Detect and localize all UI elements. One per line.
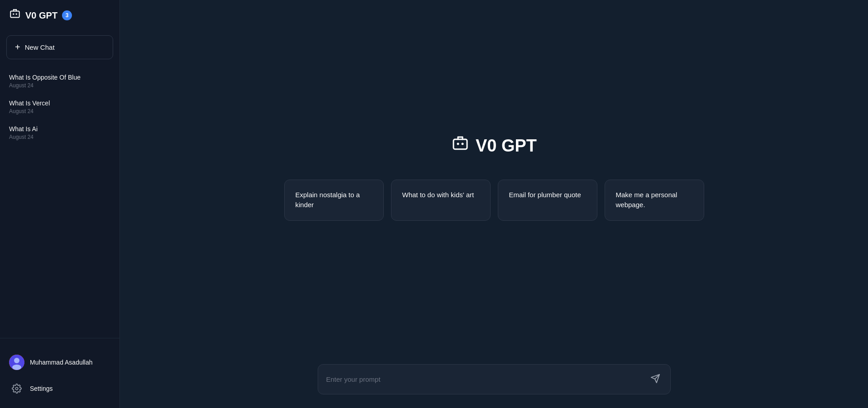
- plus-icon: +: [15, 42, 20, 52]
- sidebar-logo-icon: [9, 8, 21, 23]
- svg-point-2: [16, 13, 17, 14]
- suggestion-card-0[interactable]: Explain nostalgia to a kinder: [284, 180, 384, 221]
- svg-point-5: [14, 358, 19, 363]
- svg-rect-8: [453, 139, 467, 149]
- suggestion-card-2[interactable]: Email for plumber quote: [498, 180, 597, 221]
- svg-point-6: [12, 365, 21, 370]
- chat-list: What Is Opposite Of Blue August 24 What …: [0, 68, 119, 333]
- sidebar-header: V0 GPT 3: [0, 0, 119, 31]
- settings-item[interactable]: Settings: [9, 376, 110, 401]
- sidebar: V0 GPT 3 + New Chat What Is Opposite Of …: [0, 0, 120, 408]
- brand-header: V0 GPT: [451, 135, 537, 157]
- suggestion-card-3[interactable]: Make me a personal webpage.: [605, 180, 704, 221]
- input-container: [318, 364, 671, 394]
- svg-point-1: [13, 13, 14, 14]
- settings-label: Settings: [30, 385, 53, 392]
- sidebar-title: V0 GPT: [25, 10, 57, 21]
- sidebar-footer: Muhammad Asadullah Settings: [0, 343, 119, 408]
- new-chat-button[interactable]: + New Chat: [6, 35, 113, 59]
- suggestion-card-1[interactable]: What to do with kids' art: [391, 180, 491, 221]
- brand-logo-icon: [451, 135, 469, 157]
- chat-item-title-2: What Is Ai: [9, 125, 110, 133]
- main-body: V0 GPT Explain nostalgia to a kinder Wha…: [120, 0, 868, 355]
- chat-item-date-0: August 24: [9, 82, 110, 89]
- brand-title: V0 GPT: [476, 136, 537, 156]
- svg-point-7: [15, 387, 18, 390]
- send-icon: [650, 374, 660, 385]
- new-chat-label: New Chat: [25, 43, 55, 51]
- chat-item-1[interactable]: What Is Vercel August 24: [0, 94, 119, 120]
- svg-point-10: [461, 142, 463, 145]
- chat-item-date-1: August 24: [9, 108, 110, 114]
- chat-item-title-0: What Is Opposite Of Blue: [9, 74, 110, 81]
- sidebar-divider: [0, 338, 119, 338]
- send-button[interactable]: [649, 372, 662, 387]
- avatar: [9, 355, 24, 370]
- settings-icon: [9, 381, 24, 396]
- notification-badge: 3: [62, 10, 72, 20]
- prompt-input[interactable]: [326, 375, 643, 383]
- chat-item-0[interactable]: What Is Opposite Of Blue August 24: [0, 68, 119, 94]
- svg-point-9: [457, 142, 459, 145]
- user-item[interactable]: Muhammad Asadullah: [9, 350, 110, 375]
- chat-item-2[interactable]: What Is Ai August 24: [0, 120, 119, 146]
- suggestion-cards: Explain nostalgia to a kinder What to do…: [284, 180, 704, 221]
- chat-item-title-1: What Is Vercel: [9, 100, 110, 107]
- input-area: [120, 355, 868, 408]
- svg-rect-0: [10, 11, 19, 18]
- user-name: Muhammad Asadullah: [30, 359, 93, 366]
- main-content: V0 GPT Explain nostalgia to a kinder Wha…: [120, 0, 868, 408]
- chat-item-date-2: August 24: [9, 134, 110, 140]
